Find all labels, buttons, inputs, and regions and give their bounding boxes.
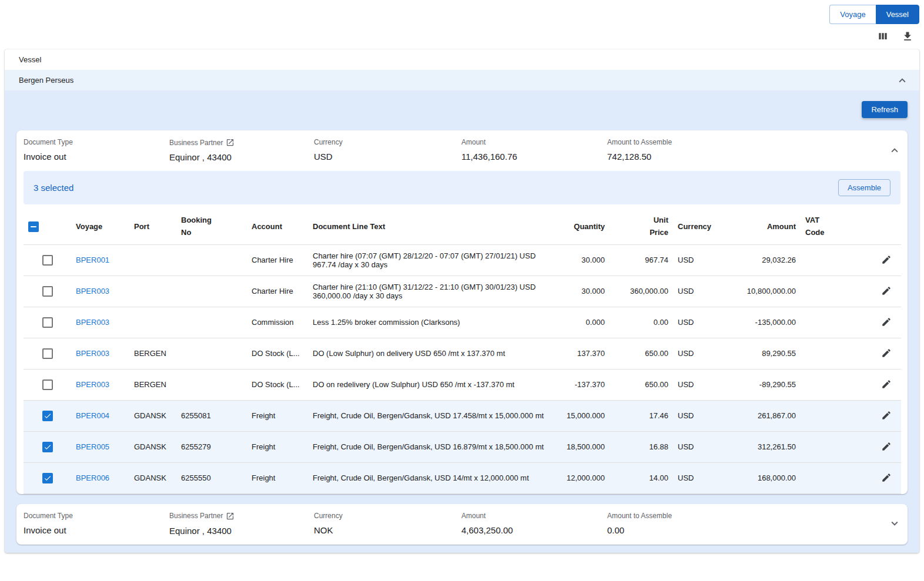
row-checkbox[interactable] xyxy=(42,286,53,297)
header-document-line-text: Document Line Text xyxy=(308,209,557,244)
header-quantity: Quantity xyxy=(557,209,610,244)
header-currency: Currency xyxy=(673,209,729,244)
quantity-cell: 30.000 xyxy=(557,244,610,276)
voyage-link[interactable]: BPER001 xyxy=(76,256,109,264)
page-title: Vessel xyxy=(5,49,919,70)
document-type-value: Invoice out xyxy=(24,152,169,162)
account-cell: Charter Hire xyxy=(247,244,308,276)
quantity-cell: 137.370 xyxy=(557,338,610,369)
edit-icon[interactable] xyxy=(880,284,893,297)
document-type-field: Document Type Invoice out xyxy=(24,138,169,162)
booking-no-cell xyxy=(176,244,247,276)
port-cell: BERGEN xyxy=(129,369,176,400)
voyage-link[interactable]: BPER005 xyxy=(76,442,109,451)
unit-price-cell: 14.00 xyxy=(610,462,673,493)
edit-icon[interactable] xyxy=(880,253,893,266)
quantity-cell: 15,000.000 xyxy=(557,400,610,431)
row-checkbox[interactable] xyxy=(42,317,53,328)
select-all-checkbox[interactable] xyxy=(28,221,39,232)
edit-icon[interactable] xyxy=(880,471,893,484)
row-checkbox[interactable] xyxy=(42,473,53,483)
currency-cell: USD xyxy=(673,431,729,462)
vat-code-cell xyxy=(801,276,852,307)
accordion-panel: Refresh Document Type Invoice out Busine… xyxy=(5,90,919,553)
vat-code-cell xyxy=(801,307,852,338)
line-text-cell: Freight, Crude Oil, Bergen/Gdansk, USD 1… xyxy=(308,400,557,431)
header-account: Account xyxy=(247,209,308,244)
row-checkbox[interactable] xyxy=(42,411,53,421)
vat-code-cell xyxy=(801,462,852,493)
table-row: BPER003 BERGEN DO Stock (L... DO (Low Su… xyxy=(24,338,901,369)
amount-cell: 29,032.26 xyxy=(729,244,801,276)
edit-icon[interactable] xyxy=(880,440,893,453)
voyage-link[interactable]: BPER003 xyxy=(76,349,109,358)
currency-cell: USD xyxy=(673,276,729,307)
currency-field: Currency USD xyxy=(314,138,461,162)
voyage-link[interactable]: BPER004 xyxy=(76,411,109,420)
line-text-cell: Charter hire (21:10 (GMT) 31/12/22 - 21:… xyxy=(308,276,557,307)
account-cell: Charter Hire xyxy=(247,276,308,307)
booking-no-cell xyxy=(176,369,247,400)
table-actions xyxy=(876,29,915,43)
currency-value: NOK xyxy=(314,525,461,535)
table-row: BPER001 Charter Hire Charter hire (07:07… xyxy=(24,244,901,276)
columns-icon[interactable] xyxy=(876,29,890,43)
download-icon[interactable] xyxy=(900,29,915,43)
assemble-button[interactable]: Assemble xyxy=(838,179,890,196)
open-in-new-icon[interactable] xyxy=(226,512,235,520)
expand-chevron-icon[interactable] xyxy=(886,515,903,532)
currency-cell: USD xyxy=(673,400,729,431)
view-toggle-group: Voyage Vessel xyxy=(829,5,919,24)
amount-to-assemble-label: Amount to Assemble xyxy=(607,138,882,146)
voyage-link[interactable]: BPER003 xyxy=(76,318,109,327)
booking-no-cell: 6255279 xyxy=(176,431,247,462)
header-vat-code: VAT Code xyxy=(801,209,852,244)
business-partner-label: Business Partner xyxy=(169,139,223,147)
port-cell: GDANSK xyxy=(129,431,176,462)
table-row: BPER005 GDANSK 6255279 Freight Freight, … xyxy=(24,431,901,462)
document-type-field: Document Type Invoice out xyxy=(24,512,169,535)
vessel-toggle-button[interactable]: Vessel xyxy=(876,5,919,24)
row-checkbox[interactable] xyxy=(42,255,53,266)
edit-icon[interactable] xyxy=(880,315,893,328)
row-checkbox[interactable] xyxy=(42,380,53,390)
voyage-link[interactable]: BPER006 xyxy=(76,473,109,482)
refresh-button[interactable]: Refresh xyxy=(862,101,908,118)
quantity-cell: -137.370 xyxy=(557,369,610,400)
table-row: BPER003 Commission Less 1.25% broker com… xyxy=(24,307,901,338)
voyage-link[interactable]: BPER003 xyxy=(76,287,109,295)
port-cell: GDANSK xyxy=(129,462,176,493)
business-partner-label: Business Partner xyxy=(169,512,223,520)
port-cell: GDANSK xyxy=(129,400,176,431)
business-partner-value: Equinor , 43400 xyxy=(169,152,314,162)
edit-icon[interactable] xyxy=(880,347,893,360)
row-checkbox[interactable] xyxy=(42,348,53,359)
currency-cell: USD xyxy=(673,307,729,338)
amount-to-assemble-value: 742,128.50 xyxy=(607,152,882,162)
open-in-new-icon[interactable] xyxy=(226,138,235,147)
accordion-header-bergen-perseus[interactable]: Bergen Perseus xyxy=(5,70,919,90)
table-row: BPER006 GDANSK 6255550 Freight Freight, … xyxy=(24,462,901,493)
unit-price-cell: 16.88 xyxy=(610,431,673,462)
business-partner-value: Equinor , 43400 xyxy=(169,526,314,536)
unit-price-cell: 967.74 xyxy=(610,244,673,276)
amount-value: 4,603,250.00 xyxy=(461,525,607,535)
row-checkbox[interactable] xyxy=(42,442,53,452)
header-actions xyxy=(852,209,901,244)
table-header-row: Voyage Port Booking No Account Document … xyxy=(24,209,901,244)
booking-no-cell: 6255550 xyxy=(176,462,247,493)
collapse-chevron-icon[interactable] xyxy=(886,142,903,159)
line-text-cell: Charter hire (07:07 (GMT) 28/12/20 - 07:… xyxy=(308,244,557,276)
booking-no-cell: 6255081 xyxy=(176,400,247,431)
currency-cell: USD xyxy=(673,369,729,400)
account-cell: DO Stock (L... xyxy=(247,369,308,400)
unit-price-cell: 17.46 xyxy=(610,400,673,431)
amount-field: Amount 4,603,250.00 xyxy=(461,512,607,535)
edit-icon[interactable] xyxy=(880,378,893,391)
voyage-link[interactable]: BPER003 xyxy=(76,380,109,389)
chevron-up-icon[interactable] xyxy=(896,74,909,87)
vat-code-cell xyxy=(801,369,852,400)
voyage-toggle-button[interactable]: Voyage xyxy=(829,5,875,24)
edit-icon[interactable] xyxy=(880,409,893,422)
vessel-card: Vessel Bergen Perseus Refresh Document T… xyxy=(5,49,919,553)
